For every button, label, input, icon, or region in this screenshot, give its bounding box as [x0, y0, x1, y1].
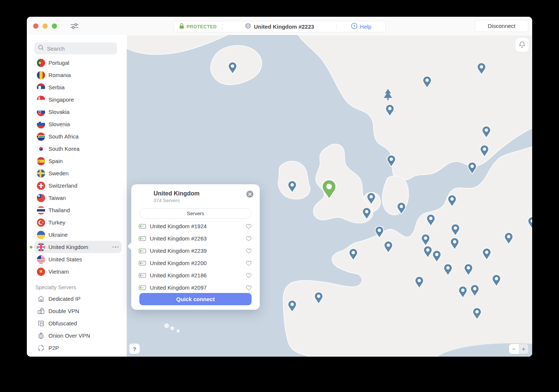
- sidebar-item-ukraine[interactable]: Ukraine: [34, 229, 121, 241]
- connection-title: United Kingdom #2223: [254, 23, 314, 30]
- map-pin[interactable]: [361, 207, 372, 222]
- map-pin-active[interactable]: [320, 179, 338, 202]
- map-pin[interactable]: [527, 216, 532, 231]
- country-label: Portugal: [48, 60, 69, 66]
- sidebar-item-slovakia[interactable]: Slovakia: [34, 106, 121, 118]
- sidebar-item-united-kingdom[interactable]: United Kingdom: [34, 241, 121, 253]
- sidebar-item-united-states[interactable]: United States: [34, 253, 121, 265]
- united-kingdom-flag-icon: [37, 243, 45, 251]
- taiwan-flag-icon: [37, 194, 45, 202]
- country-label: Ukraine: [48, 232, 68, 238]
- map-pin[interactable]: [383, 240, 394, 255]
- map-help-button[interactable]: ?: [129, 344, 140, 354]
- server-row[interactable]: United Kingdom #2263: [131, 232, 260, 245]
- specialty-label: Obfuscated: [48, 320, 77, 326]
- sidebar-item-south-africa[interactable]: South Africa: [34, 130, 121, 143]
- favorite-heart-icon[interactable]: [245, 260, 252, 267]
- map-pin[interactable]: [481, 125, 492, 140]
- favorite-heart-icon[interactable]: [245, 248, 252, 254]
- slovakia-flag-icon: [37, 108, 45, 116]
- map-pin[interactable]: [422, 76, 432, 90]
- search-box[interactable]: [34, 42, 117, 54]
- map-pin[interactable]: [287, 300, 297, 314]
- sidebar-item-spain[interactable]: Spain: [34, 155, 121, 167]
- sidebar-item-singapore[interactable]: Singapore: [34, 93, 121, 106]
- sidebar-item-double-vpn[interactable]: Double VPN: [34, 305, 121, 317]
- zoom-in-button[interactable]: +: [519, 344, 528, 354]
- favorite-heart-icon[interactable]: [245, 235, 252, 242]
- map-pin[interactable]: [366, 192, 376, 207]
- sidebar-item-sweden[interactable]: Sweden: [34, 167, 121, 179]
- map-pin[interactable]: [450, 223, 461, 238]
- close-icon[interactable]: [246, 190, 254, 198]
- sidebar-item-slovenia[interactable]: Slovenia: [34, 118, 121, 130]
- favorite-heart-icon[interactable]: [245, 272, 252, 279]
- sidebar-item-p2p[interactable]: P2P: [34, 342, 121, 354]
- map-pin[interactable]: [503, 232, 514, 246]
- map-pin[interactable]: [443, 263, 453, 278]
- close-window-button[interactable]: [33, 23, 38, 29]
- sidebar-item-vietnam[interactable]: Vietnam: [34, 265, 121, 278]
- map-pin[interactable]: [396, 202, 407, 216]
- more-options-icon[interactable]: [113, 246, 119, 248]
- sidebar-item-romania[interactable]: Romania: [34, 69, 121, 81]
- sidebar-item-onion-over-vpn[interactable]: Onion Over VPN: [34, 329, 121, 342]
- map-pin[interactable]: [481, 248, 492, 262]
- minimize-window-button[interactable]: [42, 23, 48, 29]
- map-pin[interactable]: [348, 248, 359, 262]
- map-pin[interactable]: [386, 154, 397, 169]
- p2p-icon: [37, 344, 45, 352]
- map-pin[interactable]: [458, 286, 468, 300]
- map-pin[interactable]: [447, 194, 457, 209]
- country-label: Romania: [48, 72, 71, 78]
- map-pin[interactable]: [227, 61, 238, 76]
- map-pin[interactable]: [472, 307, 482, 322]
- server-list: United Kingdom #1924United Kingdom #2263…: [131, 220, 260, 292]
- map-pin[interactable]: [470, 284, 480, 299]
- sidebar-item-serbia[interactable]: Serbia: [34, 81, 121, 93]
- server-row[interactable]: United Kingdom #2239: [131, 245, 260, 257]
- quick-connect-button[interactable]: Quick connect: [139, 293, 252, 305]
- map-pin[interactable]: [287, 180, 297, 195]
- map-pin[interactable]: [426, 214, 436, 228]
- notifications-button[interactable]: [515, 38, 529, 52]
- protected-status: PROTECTED: [174, 21, 222, 32]
- search-input[interactable]: [47, 45, 113, 52]
- sidebar-item-turkey[interactable]: Turkey: [34, 216, 121, 229]
- map-pin[interactable]: [414, 276, 424, 290]
- server-icon: [139, 248, 146, 254]
- sidebar-item-thailand[interactable]: Thailand: [34, 204, 121, 216]
- zoom-out-button[interactable]: −: [509, 344, 519, 354]
- onion-over-vpn-icon: [37, 332, 45, 340]
- sidebar-item-south-korea[interactable]: South Korea: [34, 143, 121, 155]
- tree-decoration-icon: [383, 89, 393, 103]
- map-pin[interactable]: [432, 250, 442, 264]
- sidebar-item-dedicated-ip[interactable]: Dedicated IP: [34, 293, 121, 305]
- sidebar-item-portugal[interactable]: Portugal: [34, 57, 121, 69]
- server-row[interactable]: United Kingdom #2186: [131, 269, 260, 281]
- current-connection: United Kingdom #2223: [222, 21, 337, 32]
- sidebar-item-obfuscated[interactable]: Obfuscated: [34, 317, 121, 329]
- map-pin[interactable]: [491, 274, 502, 289]
- country-label: Slovenia: [48, 121, 70, 127]
- favorite-heart-icon[interactable]: [245, 223, 252, 230]
- sweden-flag-icon: [37, 169, 45, 178]
- map-pin[interactable]: [463, 263, 474, 278]
- server-row[interactable]: United Kingdom #2200: [131, 257, 260, 269]
- settings-sliders-icon[interactable]: [70, 22, 79, 30]
- sidebar-item-taiwan[interactable]: Taiwan: [34, 192, 121, 204]
- map-pin[interactable]: [313, 291, 324, 306]
- server-row[interactable]: United Kingdom #1924: [131, 220, 260, 232]
- disconnect-button[interactable]: Disconnect: [475, 20, 528, 32]
- map-pin[interactable]: [467, 162, 477, 176]
- zoom-window-button[interactable]: [52, 23, 57, 29]
- servers-tab[interactable]: Servers: [139, 208, 252, 219]
- help-button[interactable]: ? Help: [337, 21, 385, 32]
- map-pin[interactable]: [449, 237, 460, 252]
- sidebar-item-switzerland[interactable]: Switzerland: [34, 179, 121, 192]
- map-pin[interactable]: [374, 226, 385, 240]
- map-pin[interactable]: [476, 62, 487, 77]
- country-label: Turkey: [48, 219, 65, 226]
- map-pin[interactable]: [479, 144, 490, 159]
- map-pin[interactable]: [385, 104, 395, 118]
